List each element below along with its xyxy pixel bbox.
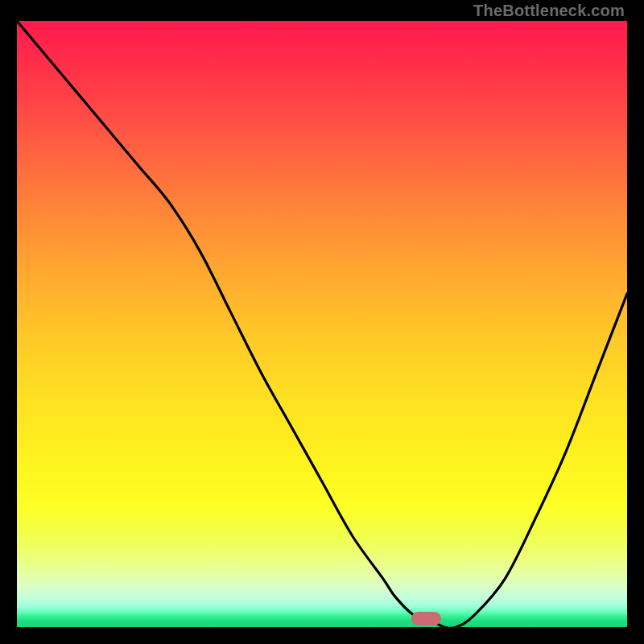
bottleneck-curve — [17, 21, 627, 627]
watermark-text: TheBottleneck.com — [473, 2, 625, 20]
chart-frame: TheBottleneck.com — [0, 0, 644, 644]
curve-path — [17, 21, 627, 628]
optimum-marker — [411, 612, 441, 625]
